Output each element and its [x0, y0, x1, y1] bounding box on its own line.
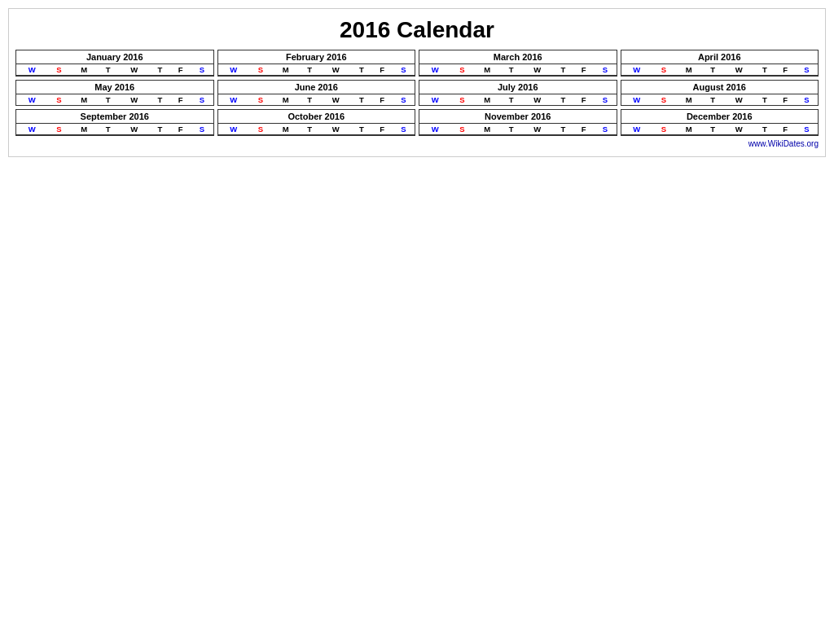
col-header: M — [675, 64, 703, 76]
col-header: W — [419, 64, 451, 76]
col-header: F — [372, 64, 393, 76]
month-block: July 2016WSMTWTFS — [419, 80, 617, 107]
month-block: August 2016WSMTWTFS — [621, 80, 819, 107]
col-header: S — [796, 64, 818, 76]
col-header: S — [594, 124, 616, 135]
month-block: June 2016WSMTWTFS — [217, 80, 416, 107]
col-header: S — [652, 124, 674, 135]
month-title: January 2016 — [16, 50, 213, 64]
col-header: W — [521, 124, 553, 135]
col-header: F — [573, 94, 594, 106]
calendar-grid: January 2016WSMTWTFSFebruary 2016WSMTWTF… — [15, 50, 819, 136]
month-title: March 2016 — [419, 50, 617, 64]
col-header: S — [796, 94, 818, 106]
col-header: T — [150, 124, 170, 135]
col-header: W — [320, 64, 352, 76]
col-header: S — [393, 64, 415, 76]
col-header: F — [775, 64, 796, 76]
col-header: M — [675, 124, 703, 135]
col-header: T — [150, 64, 170, 76]
col-header: T — [754, 94, 775, 106]
col-header: S — [191, 64, 213, 76]
col-header: W — [723, 64, 755, 76]
col-header: W — [621, 124, 653, 135]
col-header: M — [272, 64, 300, 76]
col-header: M — [473, 124, 501, 135]
col-header: S — [652, 94, 674, 106]
col-header: F — [573, 124, 594, 135]
col-header: T — [300, 94, 320, 106]
month-title: February 2016 — [218, 50, 415, 64]
col-header: S — [796, 124, 818, 135]
calendar-page: 2016 Calendar January 2016WSMTWTFSFebrua… — [8, 8, 826, 157]
col-header: M — [70, 94, 98, 106]
col-header: S — [652, 64, 674, 76]
col-header: T — [351, 124, 371, 135]
col-header: T — [754, 124, 775, 135]
col-header: T — [553, 124, 573, 135]
month-block: September 2016WSMTWTFS — [15, 109, 214, 136]
col-header: W — [723, 94, 755, 106]
col-header: W — [218, 124, 250, 135]
col-header: T — [300, 124, 320, 135]
col-header: T — [98, 94, 118, 106]
col-header: W — [218, 94, 250, 106]
month-block: April 2016WSMTWTFS — [621, 50, 819, 77]
col-header: S — [48, 94, 70, 106]
month-block: March 2016WSMTWTFS — [419, 50, 617, 77]
col-header: T — [553, 94, 573, 106]
month-title: July 2016 — [419, 81, 617, 94]
col-header: F — [372, 94, 393, 106]
month-title: November 2016 — [419, 110, 617, 124]
col-header: S — [191, 124, 213, 135]
col-header: T — [501, 64, 521, 76]
col-header: W — [218, 64, 250, 76]
month-title: April 2016 — [621, 50, 819, 64]
footer[interactable]: www.WikiDates.org — [15, 139, 819, 148]
month-title: May 2016 — [16, 81, 213, 94]
col-header: S — [48, 64, 70, 76]
col-header: S — [393, 94, 415, 106]
col-header: T — [703, 94, 723, 106]
month-title: June 2016 — [218, 81, 415, 94]
col-header: F — [170, 64, 191, 76]
col-header: S — [191, 94, 213, 106]
col-header: T — [98, 124, 118, 135]
col-header: W — [16, 64, 48, 76]
month-block: November 2016WSMTWTFS — [419, 109, 617, 136]
month-block: December 2016WSMTWTFS — [621, 109, 819, 136]
col-header: W — [320, 124, 352, 135]
month-title: September 2016 — [16, 110, 213, 124]
col-header: W — [419, 124, 451, 135]
col-header: M — [473, 94, 501, 106]
col-header: M — [473, 64, 501, 76]
col-header: T — [300, 64, 320, 76]
col-header: S — [451, 94, 473, 106]
col-header: W — [521, 94, 553, 106]
col-header: W — [118, 64, 150, 76]
page-title: 2016 Calendar — [15, 17, 819, 43]
col-header: M — [272, 124, 300, 135]
col-header: F — [170, 124, 191, 135]
col-header: S — [249, 64, 271, 76]
col-header: T — [501, 124, 521, 135]
col-header: W — [723, 124, 755, 135]
col-header: F — [775, 94, 796, 106]
col-header: W — [118, 124, 150, 135]
col-header: T — [703, 64, 723, 76]
col-header: F — [775, 124, 796, 135]
col-header: W — [621, 94, 653, 106]
month-block: May 2016WSMTWTFS — [15, 80, 214, 107]
month-title: December 2016 — [621, 110, 819, 124]
col-header: T — [351, 64, 371, 76]
col-header: F — [573, 64, 594, 76]
col-header: T — [553, 64, 573, 76]
col-header: T — [98, 64, 118, 76]
col-header: M — [70, 124, 98, 135]
col-header: S — [48, 124, 70, 135]
col-header: M — [70, 64, 98, 76]
month-block: January 2016WSMTWTFS — [15, 50, 214, 77]
col-header: W — [16, 94, 48, 106]
col-header: W — [621, 64, 653, 76]
col-header: T — [351, 94, 371, 106]
